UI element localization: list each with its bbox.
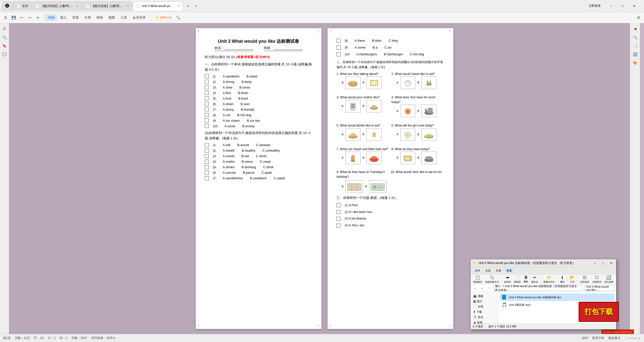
fe-search-field[interactable]: Unit 3 What would you like ... <box>584 285 615 291</box>
section2-title: (II)你将听到一个对话或句子,根据你所听到的内容选择正确的答案,共 10 小题… <box>205 131 312 141</box>
svg-rect-26 <box>347 184 361 191</box>
svg-rect-2 <box>348 83 357 84</box>
expand-icon[interactable]: ☰ <box>2 14 9 21</box>
proofread-btn[interactable]: 校对 <box>582 336 588 340</box>
save-icon[interactable]: 💾 <box>10 14 17 21</box>
rs-icon-5[interactable]: 🎨 <box>632 59 639 66</box>
fe-paste-shortcut-btn[interactable]: 📎 粘贴快捷方式 <box>484 275 500 284</box>
ribbon-settings-icon[interactable]: ⚙ <box>635 14 642 21</box>
font-btn[interactable]: 联系字体 <box>592 336 604 340</box>
ribbon-menu-reference[interactable]: 引用 <box>82 14 93 21</box>
fe-tab-view[interactable]: 查看 <box>504 268 514 273</box>
sidebar-zoom-icon[interactable]: 🔍 <box>1 34 8 41</box>
fe-restore-btn[interactable]: □ <box>600 260 606 266</box>
fe-nav-downloads[interactable]: ⬇下载 <box>472 309 497 315</box>
sidebar-bookmark-icon[interactable]: 🔖 <box>1 42 8 49</box>
close-button[interactable]: ✕ <box>628 2 640 10</box>
fe-properties-btn[interactable]: ℹ 属性 <box>559 275 566 284</box>
q9: )9. A.ice cream B.ice tea <box>205 118 312 122</box>
rs-icon-3[interactable]: 📑 <box>632 42 639 49</box>
ribbon-menu-review[interactable]: 审阅 <box>94 14 105 21</box>
undo-icon[interactable]: ↩ <box>18 14 25 21</box>
rs-icon-1[interactable]: ◀ <box>632 25 639 32</box>
zoom-out-icon[interactable]: － <box>624 336 627 340</box>
fe-close-btn[interactable]: ✕ <box>608 260 614 266</box>
sidebar-nav-icon[interactable]: ☰ <box>1 25 8 32</box>
fe-delete-btn[interactable]: 🗑 删除 <box>523 275 529 283</box>
ribbon-menu-view[interactable]: 视图 <box>106 14 117 21</box>
move-handle[interactable]: ⠿ <box>197 30 199 32</box>
fe-up-btn[interactable]: ↑ <box>486 285 492 291</box>
fe-nav-desktop[interactable]: 🖥桌面 <box>472 320 497 324</box>
login-button[interactable]: 立即登录 <box>586 3 603 9</box>
fe-new-folder-btn[interactable]: 📁 新建文件夹 <box>542 275 556 284</box>
q5-b: B.food <box>238 97 248 100</box>
page-info: 第1页 <box>3 336 11 340</box>
search-icon[interactable]: 🔍 <box>175 14 182 21</box>
ribbon-menu-start[interactable]: 开始 <box>46 14 57 21</box>
spell-check[interactable]: 拼写检查：关闭 ▾ <box>91 336 115 340</box>
pic-q8-a-img <box>400 152 415 164</box>
fe-tab-file[interactable]: 文件 <box>473 268 482 273</box>
p2q6: )6. A.carrots B.parrot C.quiet <box>205 171 312 175</box>
tab-3-close[interactable]: ✕ <box>127 5 129 8</box>
ribbon-menu-page[interactable]: 页面 <box>70 14 81 21</box>
svg-rect-4 <box>371 81 377 85</box>
tab-4-close[interactable]: ✕ <box>177 4 180 8</box>
fe-nav-docs[interactable]: 📄文档 <box>472 304 497 309</box>
ribbon-menu-insert[interactable]: 插入 <box>58 14 69 21</box>
new-tab-button[interactable]: ＋ <box>183 3 193 9</box>
restore-button[interactable]: □ <box>617 2 628 10</box>
fe-minimize-btn[interactable]: ─ <box>592 260 598 266</box>
fe-tab-main[interactable]: 主页 <box>483 268 493 273</box>
zoom-in-icon[interactable]: ＋ <box>638 336 641 340</box>
fe-back-btn[interactable]: ← <box>472 285 478 291</box>
fe-nav-pictures[interactable]: 🖼图片 <box>472 299 497 304</box>
q7-b: B.friendly <box>241 108 254 111</box>
fe-path-field[interactable]: 第3... > Unit 3 What would you like 达标测试卷… <box>493 285 583 291</box>
pic-q4-a-img <box>400 105 415 117</box>
tab-2-close[interactable]: ✕ <box>76 5 78 8</box>
fe-open-btn[interactable]: 📂 打开 <box>569 275 576 284</box>
view-mode-btn[interactable]: 黄金模式 <box>608 336 620 340</box>
q8: )8. A.not B.hot dog <box>205 113 312 117</box>
fe-forward-btn[interactable]: → <box>479 285 485 291</box>
zoom-controls[interactable]: － ──── ＋ <box>624 336 641 340</box>
pic-q7-b-img <box>367 152 382 164</box>
tab-3[interactable]: 📄 【能力培优】人教PEP版五年级上册… ✕ <box>82 2 132 11</box>
more-tools-icon[interactable]: ▾ <box>34 14 41 21</box>
fe-deselect-btn[interactable]: ☐ 全部取消 <box>591 275 602 284</box>
q6: )6. A.down B.own <box>205 102 312 106</box>
fe-nav-music[interactable]: 🎵音乐 <box>472 315 497 320</box>
fe-move-btn[interactable]: ➡ 移动到 <box>503 275 512 284</box>
fe-folder-icon: 📁 <box>473 262 476 265</box>
fe-rename-btn[interactable]: ✏ 重命名 <box>530 275 539 284</box>
tab-wps-icon[interactable]: 🅦 <box>2 2 13 11</box>
rs-icon-2[interactable]: 🔍 <box>632 34 639 41</box>
zoom-slider[interactable]: ──── <box>628 336 637 340</box>
download-button[interactable]: 打包下载 <box>579 302 619 322</box>
tab-dropdown-arrow[interactable]: ▾ <box>193 4 198 8</box>
fe-nav-videos[interactable]: 🎬视频 <box>472 293 497 299</box>
fe-invert-btn[interactable]: 🔄 反向选择 <box>603 275 614 284</box>
fe-select-all-btn[interactable]: ☑ 全部选择 <box>579 275 590 284</box>
minimize-button[interactable]: ─ <box>605 2 617 10</box>
rs-icon-4[interactable]: 🔤 <box>632 51 639 58</box>
fe-file-doc[interactable]: 📘 Unit 3 What would you like 达标测试卷.doc <box>500 293 615 301</box>
fe-copy-path-btn[interactable]: 📋 复制路径 <box>472 275 483 284</box>
fe-rename-icon: ✏ <box>533 275 536 280</box>
wps-ai-button[interactable]: ⚡ WPS AI <box>152 15 174 20</box>
redo-icon[interactable]: ↪ <box>26 14 33 21</box>
corner-br <box>317 324 319 326</box>
ribbon-menu-tools[interactable]: 工具 <box>118 14 130 21</box>
tab-4[interactable]: 📄 Unit 3 What would you li… ✕ <box>133 2 183 11</box>
fe-tab-share[interactable]: 共享 <box>494 268 503 273</box>
fe-copy-btn[interactable]: 📄 复制到 <box>513 275 522 284</box>
tab-2[interactable]: 📄 【能力培优】人教PEP版五年级上册… ✕ <box>32 2 82 11</box>
tab-1[interactable]: 📄 文件 <box>13 2 31 11</box>
ribbon-menu-vip[interactable]: 会员专享 <box>130 14 148 21</box>
fe-nav-videos-label: 视频 <box>478 294 483 298</box>
sidebar-comment-icon[interactable]: 💬 <box>1 51 8 58</box>
s4q1-ans: )1.A.Fish. <box>345 203 359 208</box>
p2-corner-br <box>449 324 451 326</box>
